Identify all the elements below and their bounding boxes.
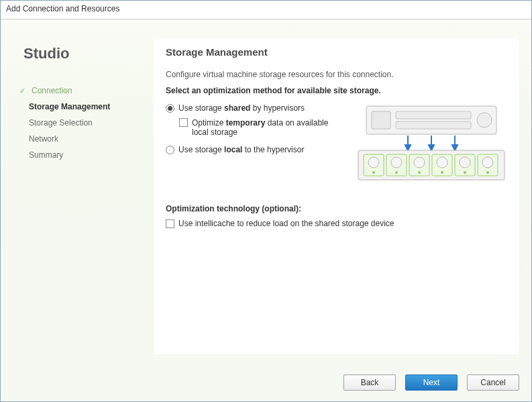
radio-local-label: Use storage local to the hypervisor <box>178 145 304 154</box>
svg-rect-2 <box>396 111 471 119</box>
checkbox-icon <box>166 219 174 228</box>
radio-shared-label: Use storage shared by hypervisors <box>178 103 305 113</box>
svg-point-17 <box>395 171 398 174</box>
svg-point-22 <box>437 157 447 168</box>
wizard-body: Studio ✓ Connection Storage Management S… <box>1 19 531 401</box>
step-list: ✓ Connection Storage Management Storage … <box>19 83 140 163</box>
step-summary[interactable]: Summary <box>19 147 140 163</box>
checkbox-intellicache[interactable]: Use intellicache to reduce load on the s… <box>166 219 509 228</box>
svg-point-23 <box>441 171 443 174</box>
sidebar-title: Studio <box>19 45 140 62</box>
step-storage-management[interactable]: Storage Management <box>19 99 140 115</box>
radio-shared-storage[interactable]: Use storage shared by hypervisors <box>166 103 347 113</box>
checkbox-optimize-temporary[interactable]: Optimize temporary data on available loc… <box>179 118 347 137</box>
svg-point-25 <box>460 157 470 168</box>
radio-icon <box>166 104 174 113</box>
svg-point-16 <box>391 157 402 168</box>
check-icon: ✓ <box>19 87 28 95</box>
step-label: Network <box>29 134 58 144</box>
svg-point-29 <box>486 171 489 174</box>
svg-point-13 <box>368 157 379 168</box>
svg-point-4 <box>477 113 492 128</box>
svg-point-28 <box>482 157 493 168</box>
checkbox-icon <box>179 118 188 127</box>
server-icon <box>354 103 509 184</box>
window-title: Add Connection and Resources <box>1 1 531 19</box>
radio-local-storage[interactable]: Use storage local to the hypervisor <box>166 145 347 154</box>
wizard-content: Storage Management Configure virtual mac… <box>154 38 519 354</box>
svg-point-14 <box>372 171 375 174</box>
svg-rect-3 <box>396 121 471 129</box>
optimization-tech-label: Optimization technology (optional): <box>166 204 509 213</box>
wizard-footer: Back Next Cancel <box>343 374 519 391</box>
select-instruction: Select an optimization method for availa… <box>166 86 509 95</box>
svg-point-20 <box>418 171 421 174</box>
step-label: Summary <box>29 150 63 160</box>
svg-point-26 <box>464 171 466 174</box>
page-description: Configure virtual machine storage resour… <box>166 70 509 79</box>
cancel-button[interactable]: Cancel <box>467 374 519 391</box>
next-button[interactable]: Next <box>405 374 458 391</box>
svg-marker-8 <box>429 145 434 150</box>
step-label: Storage Selection <box>29 118 93 128</box>
svg-point-19 <box>414 157 425 168</box>
svg-rect-1 <box>372 111 390 129</box>
checkbox-optimize-label: Optimize temporary data on available loc… <box>192 118 347 137</box>
page-heading: Storage Management <box>166 46 509 58</box>
wizard-sidebar: Studio ✓ Connection Storage Management S… <box>19 38 140 354</box>
step-label: Storage Management <box>29 102 110 111</box>
step-network[interactable]: Network <box>19 131 140 147</box>
step-connection[interactable]: ✓ Connection <box>19 83 140 99</box>
step-label: Connection <box>32 86 72 95</box>
back-button[interactable]: Back <box>343 374 396 391</box>
svg-marker-10 <box>452 145 458 150</box>
radio-icon <box>166 146 174 154</box>
storage-illustration <box>354 103 509 184</box>
svg-marker-6 <box>405 145 411 150</box>
intellicache-label: Use intellicache to reduce load on the s… <box>178 219 394 228</box>
wizard-window: Add Connection and Resources Studio ✓ Co… <box>0 0 532 402</box>
step-storage-selection[interactable]: Storage Selection <box>19 115 140 131</box>
